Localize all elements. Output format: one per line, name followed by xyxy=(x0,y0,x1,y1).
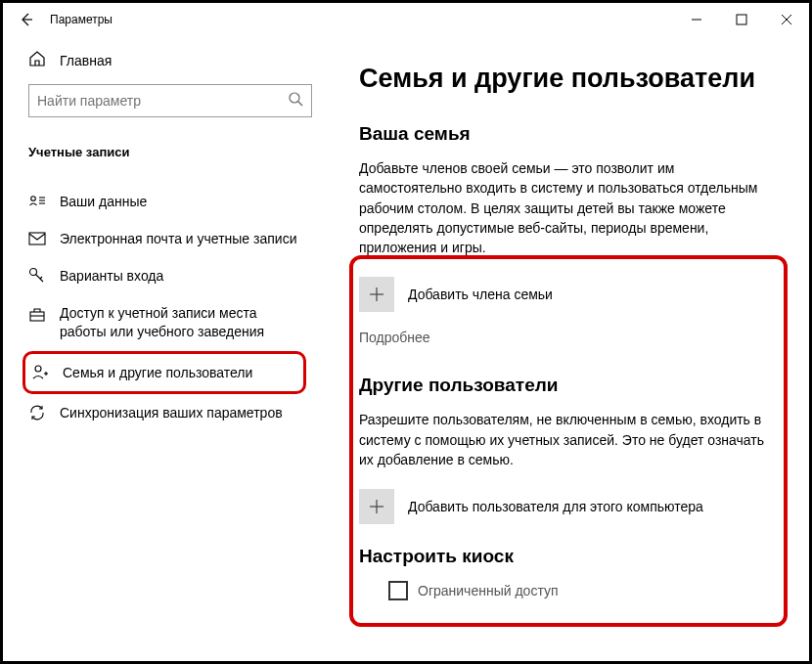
minimize-button[interactable] xyxy=(674,3,719,36)
page-title: Семья и другие пользователи xyxy=(359,64,776,94)
sidebar-item-work[interactable]: Доступ к учетной записи места работы или… xyxy=(28,294,312,351)
svg-rect-11 xyxy=(29,233,45,244)
window-title: Параметры xyxy=(50,13,113,26)
others-desc: Разрешите пользователям, не включенным в… xyxy=(359,410,776,469)
search-input[interactable] xyxy=(37,93,288,109)
sync-icon xyxy=(28,404,46,421)
back-button[interactable] xyxy=(13,6,40,33)
checkbox-icon[interactable] xyxy=(388,581,408,600)
sidebar-item-label: Семья и другие пользователи xyxy=(63,365,252,380)
mail-icon xyxy=(28,230,46,247)
sidebar-item-label: Варианты входа xyxy=(60,268,163,284)
svg-point-17 xyxy=(35,366,41,372)
plus-icon xyxy=(359,277,394,312)
briefcase-icon xyxy=(28,306,46,324)
add-other-user-button[interactable]: Добавить пользователя для этого компьюте… xyxy=(359,489,776,524)
sidebar-item-your-info[interactable]: Ваши данные xyxy=(28,183,312,220)
settings-window: Параметры Главная Учетные записи xyxy=(3,3,809,661)
key-icon xyxy=(28,267,46,285)
plus-icon xyxy=(359,489,394,524)
home-link[interactable]: Главная xyxy=(28,50,326,70)
home-label: Главная xyxy=(60,53,112,68)
sidebar-item-label: Синхронизация ваших параметров xyxy=(60,405,283,421)
svg-point-5 xyxy=(290,93,299,103)
family-heading: Ваша семья xyxy=(359,123,776,145)
search-icon xyxy=(288,91,303,111)
sidebar-item-label: Доступ к учетной записи места работы или… xyxy=(60,304,304,341)
svg-line-13 xyxy=(36,275,44,283)
svg-point-7 xyxy=(31,197,36,201)
sidebar-item-family[interactable]: Семья и другие пользователи xyxy=(23,351,306,394)
svg-line-14 xyxy=(40,277,42,279)
sidebar: Главная Учетные записи Ваши данные Элект… xyxy=(3,36,326,661)
section-label: Учетные записи xyxy=(28,145,326,159)
add-family-member-button[interactable]: Добавить члена семьи xyxy=(359,277,776,312)
search-input-wrap[interactable] xyxy=(28,84,312,117)
more-link[interactable]: Подробнее xyxy=(359,330,776,345)
others-heading: Другие пользователи xyxy=(359,375,776,396)
family-desc: Добавьте членов своей семьи — это позвол… xyxy=(359,158,776,257)
svg-line-6 xyxy=(298,102,302,106)
sidebar-item-email[interactable]: Электронная почта и учетные записи xyxy=(28,220,312,257)
close-button[interactable] xyxy=(764,3,809,36)
sidebar-item-sync[interactable]: Синхронизация ваших параметров xyxy=(28,394,312,431)
sidebar-item-label: Электронная почта и учетные записи xyxy=(60,231,296,246)
restricted-label: Ограниченный доступ xyxy=(418,583,559,598)
kiosk-heading: Настроить киоск xyxy=(359,546,776,567)
restricted-access-row[interactable]: Ограниченный доступ xyxy=(359,581,776,600)
sidebar-item-label: Ваши данные xyxy=(60,194,147,209)
maximize-button[interactable] xyxy=(719,3,764,36)
person-plus-icon xyxy=(31,364,49,381)
main-panel: Семья и другие пользователи Ваша семья Д… xyxy=(326,36,809,661)
titlebar: Параметры xyxy=(3,3,809,36)
add-other-label: Добавить пользователя для этого компьюте… xyxy=(408,499,703,514)
svg-rect-2 xyxy=(737,15,746,24)
svg-point-12 xyxy=(30,269,37,276)
home-icon xyxy=(28,50,46,70)
add-family-label: Добавить члена семьи xyxy=(408,287,553,302)
person-card-icon xyxy=(28,193,46,210)
sidebar-item-signin[interactable]: Варианты входа xyxy=(28,257,312,294)
